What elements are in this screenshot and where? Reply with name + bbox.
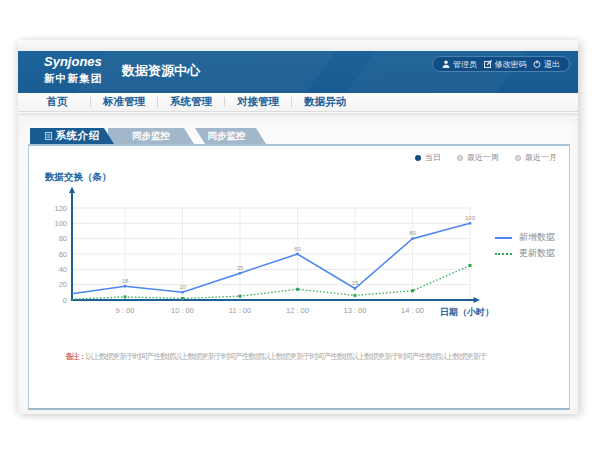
point-marker [354,294,357,297]
radio-option-2[interactable]: 最近一月 [515,152,557,163]
point-marker [181,297,184,300]
radio-label: 最近一月 [525,152,557,163]
y-tick-label: 120 [54,204,67,213]
nav-item-4[interactable]: 数据异动 [292,95,358,109]
page-title: 数据资源中心 [122,51,200,92]
userbar-label: 管理员 [453,59,477,70]
legend-item-updated-data: 更新数据 [495,247,555,260]
window-top-strip [18,40,578,51]
tab-sync-monitor-1[interactable]: 同步监控 [108,128,194,144]
x-axis-arrow [474,297,481,303]
tab-label: 同步监控 [208,130,246,143]
point-marker [469,264,472,267]
userbar-label: 修改密码 [495,59,527,70]
radio-unselected-icon [515,155,521,161]
y-tick-label: 80 [59,234,67,243]
y-tick-label: 0 [63,296,67,305]
tab-system-intro[interactable]: 系统介绍 [30,128,114,144]
legend-line-dotted [495,253,512,255]
x-tick-label: 14 : 00 [401,306,424,315]
radio-label: 最近一周 [467,152,499,163]
nav-item-2[interactable]: 系统管理 [158,95,224,109]
edit-icon [484,60,492,68]
user-toolbar: 管理员修改密码退出 [432,56,570,72]
radio-option-0[interactable]: 当日 [415,152,441,163]
legend-label: 更新数据 [519,247,555,260]
nav-item-1[interactable]: 标准管理 [91,95,157,109]
y-tick-label: 100 [54,219,67,228]
line-chart: 0204060801001209 : 0010 : 0011 : 0012 : … [29,178,567,338]
userbar-power-button[interactable]: 退出 [533,59,560,70]
time-range-radios: 当日最近一周最近一月 [415,152,557,163]
point-label: 60 [294,246,301,252]
y-axis-arrow [69,187,75,194]
point-label: 18 [122,278,129,284]
power-icon [533,60,541,68]
userbar-user-button[interactable]: 管理员 [442,59,477,70]
point-marker [124,285,127,288]
brand-logo-name: Synjones [44,54,103,69]
point-label: 80 [409,230,416,236]
brand-logo-cn: 新中新集团 [44,72,103,86]
userbar-label: 退出 [544,59,560,70]
radio-label: 当日 [425,152,441,163]
point-marker [296,253,299,256]
footnote: 备注：以上数据更新于时间产生数据以上数据更新于时间产生数据以上数据更新于时间产生… [65,351,487,362]
main-nav: 首页标准管理系统管理对接管理数据异动 [18,93,578,112]
header-decor [63,51,342,93]
legend-label: 新增数据 [519,231,555,244]
nav-item-0[interactable]: 首页 [24,95,90,109]
page: Synjones 新中新集团 数据资源中心 管理员修改密码退出 首页标准管理系统… [18,40,578,414]
x-tick-label: 11 : 00 [229,306,251,315]
y-tick-label: 60 [59,250,67,259]
point-label: 35 [237,265,244,271]
x-tick-label: 13 : 00 [344,306,367,315]
footnote-prefix: 备注： [65,352,85,361]
legend-item-new-data: 新增数据 [495,231,555,244]
point-marker [124,295,127,298]
point-marker [296,288,299,291]
nav-item-3[interactable]: 对接管理 [225,95,291,109]
tab-panel: 当日最近一周最近一月 数据交换（条） 0204060801001209 : 00… [28,144,570,410]
radio-unselected-icon [457,155,463,161]
point-label: 10 [179,284,186,290]
document-icon [45,132,52,140]
series-line-1 [72,266,470,300]
point-label: 15 [352,280,359,286]
tab-label: 系统介绍 [56,129,100,143]
x-axis-title: 日期（小时） [440,307,494,317]
user-icon [442,60,450,68]
point-marker [181,291,184,294]
radio-selected-icon [415,155,421,161]
footnote-text: 以上数据更新于时间产生数据以上数据更新于时间产生数据以上数据更新于时间产生数据以… [85,352,486,361]
point-marker [469,222,472,225]
x-tick-label: 9 : 00 [116,306,135,315]
brand-logo: Synjones 新中新集团 [44,54,103,86]
point-marker [239,272,242,275]
y-tick-label: 20 [59,280,67,289]
point-marker [354,287,357,290]
userbar-edit-button[interactable]: 修改密码 [484,59,527,70]
point-marker [411,237,414,240]
app-header: Synjones 新中新集团 数据资源中心 管理员修改密码退出 [18,51,578,93]
point-marker [411,289,414,292]
legend-line-solid [495,237,512,239]
tab-label: 同步监控 [132,130,170,143]
radio-option-1[interactable]: 最近一周 [457,152,499,163]
point-marker [239,295,242,298]
x-tick-label: 12 : 00 [286,306,309,315]
x-tick-label: 10 : 00 [171,306,194,315]
tab-sync-monitor-2[interactable]: 同步监控 [195,128,266,144]
point-label: 100 [465,215,476,221]
y-tick-label: 40 [59,265,67,274]
